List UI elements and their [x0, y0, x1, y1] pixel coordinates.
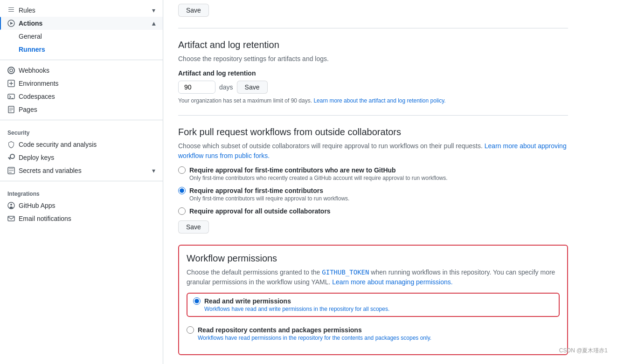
sidebar-item-deploy-keys-label: Deploy keys — [19, 154, 54, 161]
svg-point-2 — [10, 69, 13, 72]
artifact-days-input[interactable] — [178, 81, 215, 94]
artifact-field-label: Artifact and log retention — [178, 69, 568, 77]
fork-option-all-outside-label: Require approval for all outside collabo… — [189, 207, 331, 215]
sidebar-item-secrets[interactable]: Secrets and variables ▾ — [0, 164, 163, 177]
artifact-title: Artifact and log retention — [178, 40, 568, 50]
fork-radio-all-outside[interactable] — [178, 207, 186, 215]
chevron-up-icon: ▴ — [152, 20, 155, 27]
fork-option-all-outside-row: Require approval for all outside collabo… — [178, 207, 568, 215]
fork-section: Fork pull request workflows from outside… — [178, 115, 568, 234]
fork-option-first-time-label: Require approval for first-time contribu… — [189, 187, 323, 194]
artifact-input-row: days Save — [178, 81, 568, 94]
mail-icon — [7, 215, 15, 222]
codespace-icon — [7, 93, 15, 100]
workflow-section: Workflow permissions Choose the default … — [178, 245, 568, 355]
fork-radio-group: Require approval for first-time contribu… — [178, 166, 568, 215]
workflow-desc: Choose the default permissions granted t… — [187, 268, 560, 287]
sidebar-divider-3 — [0, 181, 163, 181]
github-token-text: GITHUB_TOKEN — [322, 268, 369, 276]
svg-rect-9 — [8, 216, 14, 221]
shield-icon — [7, 141, 15, 148]
fork-radio-new-github[interactable] — [178, 166, 186, 174]
sidebar-item-code-security-label: Code security and analysis — [19, 141, 97, 148]
sidebar-item-general-label: General — [19, 33, 42, 40]
sidebar-item-pages[interactable]: Pages — [0, 103, 163, 116]
sidebar-item-runners-label: Runners — [19, 46, 45, 53]
sidebar-item-codespaces[interactable]: Codespaces — [0, 90, 163, 103]
artifact-learn-more-link[interactable]: Learn more about the artifact and log re… — [313, 97, 445, 104]
chevron-down-icon-secrets: ▾ — [152, 167, 155, 174]
star-icon — [7, 167, 15, 174]
workflow-option-read-only-desc: Workflows have read permissions in the r… — [187, 335, 560, 341]
top-save-button[interactable]: Save — [178, 4, 209, 17]
workflow-radio-group: Read and write permissions Workflows hav… — [187, 293, 560, 341]
fork-title: Fork pull request workflows from outside… — [178, 127, 568, 137]
integrations-section-label: Integrations — [0, 185, 163, 199]
top-save-area: Save — [178, 4, 568, 17]
fork-save-button[interactable]: Save — [178, 220, 209, 234]
main-content: Save Artifact and log retention Choose t… — [163, 0, 583, 364]
workflow-option-read-write-label: Read and write permissions — [204, 297, 291, 305]
sidebar-item-environments[interactable]: Environments — [0, 77, 163, 90]
sidebar-item-webhooks[interactable]: Webhooks — [0, 64, 163, 77]
workflow-option-read-write-desc: Workflows have read and write permission… — [193, 306, 553, 312]
sidebar-item-github-apps-label: GitHub Apps — [19, 202, 55, 209]
workflow-title: Workflow permissions — [187, 253, 560, 264]
artifact-help-text: Your organization has set a maximum limi… — [178, 97, 568, 104]
chevron-down-icon: ▾ — [152, 7, 155, 14]
sidebar-item-pages-label: Pages — [19, 106, 37, 113]
sidebar-item-rules[interactable]: Rules ▾ — [0, 4, 163, 17]
key-icon — [7, 154, 15, 161]
workflow-option-read-only-row: Read repository contents and packages pe… — [187, 326, 560, 334]
sidebar-item-code-security[interactable]: Code security and analysis — [0, 138, 163, 151]
fork-desc: Choose which subset of outside collabora… — [178, 141, 568, 161]
env-icon — [7, 80, 15, 87]
workflow-option-read-write-row: Read and write permissions — [193, 297, 553, 305]
fork-option-first-time: Require approval for first-time contribu… — [178, 187, 568, 202]
sidebar-item-secrets-label: Secrets and variables — [19, 167, 82, 174]
fork-learn-more-link[interactable]: Learn more — [485, 142, 518, 150]
fork-option-new-github: Require approval for first-time contribu… — [178, 166, 568, 181]
workflow-option-read-only: Read repository contents and packages pe… — [187, 326, 560, 341]
sidebar-item-github-apps[interactable]: GitHub Apps — [0, 199, 163, 212]
sidebar-item-runners[interactable]: Runners — [0, 43, 163, 56]
workflow-radio-read-only[interactable] — [187, 326, 194, 334]
sidebar-item-deploy-keys[interactable]: Deploy keys — [0, 151, 163, 164]
sidebar-item-actions-label: Actions — [19, 20, 42, 27]
svg-point-8 — [10, 204, 12, 206]
sidebar-item-actions[interactable]: Actions ▴ — [0, 17, 163, 30]
svg-rect-4 — [8, 94, 14, 99]
fork-radio-first-time[interactable] — [178, 187, 186, 194]
artifact-desc: Choose the repository settings for artif… — [178, 54, 568, 64]
artifact-save-button[interactable]: Save — [237, 81, 268, 94]
sidebar-item-general[interactable]: General — [0, 30, 163, 43]
workflow-option-read-write-highlight: Read and write permissions Workflows hav… — [187, 293, 560, 317]
svg-marker-1 — [10, 22, 13, 25]
artifact-days-unit: days — [219, 83, 233, 91]
list-icon — [7, 7, 15, 14]
sidebar-item-codespaces-label: Codespaces — [19, 93, 55, 100]
app-icon — [7, 202, 15, 209]
pages-icon — [7, 106, 15, 113]
sidebar-item-email-notifications[interactable]: Email notifications — [0, 212, 163, 225]
fork-option-new-github-label: Require approval for first-time contribu… — [189, 166, 396, 174]
artifact-section: Artifact and log retention Choose the re… — [178, 28, 568, 104]
fork-option-new-github-desc: Only first-time contributors who recentl… — [178, 175, 568, 181]
fork-option-all-outside: Require approval for all outside collabo… — [178, 207, 568, 215]
workflow-radio-read-write[interactable] — [193, 297, 201, 305]
sidebar-divider-1 — [0, 60, 163, 60]
sidebar-divider-2 — [0, 120, 163, 120]
sidebar: Rules ▾ Actions ▴ General Runners Webhoo… — [0, 0, 163, 364]
sidebar-item-rules-label: Rules — [19, 7, 35, 14]
fork-option-new-github-row: Require approval for first-time contribu… — [178, 166, 568, 174]
sidebar-item-email-notifications-label: Email notifications — [19, 215, 71, 222]
workflow-option-read-write: Read and write permissions Workflows hav… — [193, 297, 553, 312]
webhook-icon — [7, 67, 15, 74]
play-icon — [7, 20, 15, 27]
sidebar-item-webhooks-label: Webhooks — [19, 67, 49, 74]
security-section-label: Security — [0, 124, 163, 138]
sidebar-item-environments-label: Environments — [19, 80, 59, 87]
workflow-learn-more-link[interactable]: Learn more about managing permissions. — [332, 278, 452, 286]
workflow-option-read-only-label: Read repository contents and packages pe… — [198, 326, 362, 334]
fork-option-first-time-desc: Only first-time contributors will requir… — [178, 195, 568, 202]
